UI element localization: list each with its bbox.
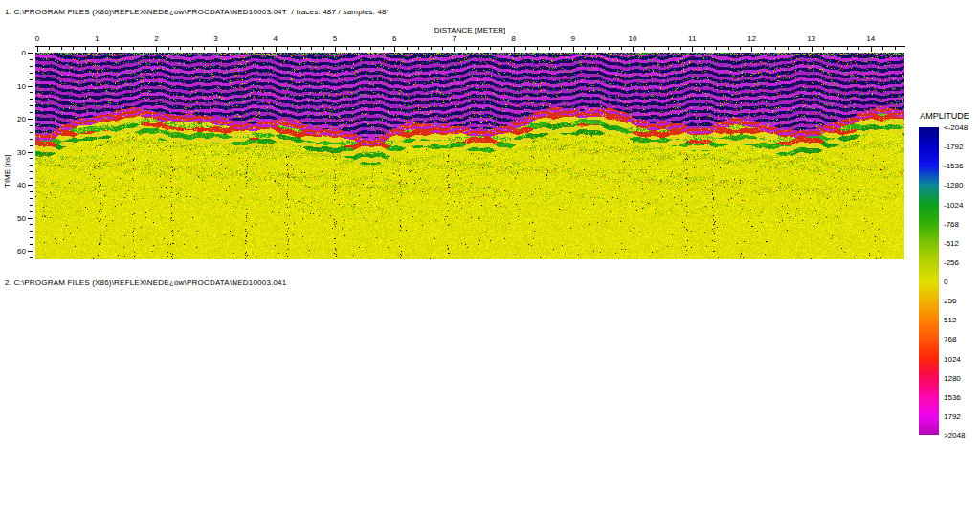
x-tick-label: 11	[688, 34, 696, 43]
x-tick-label: 14	[866, 34, 875, 43]
x-tick-label: 1	[95, 34, 99, 43]
colorbar-label: 768	[944, 335, 956, 343]
x-tick	[454, 47, 455, 52]
colorbar-gradient	[919, 127, 939, 435]
x-tick	[97, 47, 98, 52]
x-minor-tick	[501, 47, 502, 50]
colorbar-label: 1024	[944, 355, 961, 364]
reflexw-window: 1. C:\PROGRAM FILES (X86)\REFLEX\NEDE¿ów…	[0, 0, 980, 531]
x-tick	[37, 47, 38, 52]
x-minor-tick	[431, 47, 432, 50]
colorbar-label: -512	[944, 239, 959, 248]
x-minor-tick	[537, 47, 538, 50]
x-minor-tick	[597, 47, 598, 50]
x-minor-tick	[239, 47, 240, 50]
y-tick	[28, 251, 33, 252]
profile-1-title: 1. C:\PROGRAM FILES (X86)\REFLEX\NEDE¿ów…	[5, 8, 389, 16]
x-minor-tick	[383, 47, 384, 50]
y-minor-tick	[30, 165, 33, 166]
y-minor-tick	[30, 99, 33, 100]
y-tick-label: 60	[2, 247, 26, 255]
x-minor-tick	[109, 47, 110, 50]
x-tick-label: 2	[154, 34, 158, 43]
x-minor-tick	[740, 47, 741, 50]
x-minor-tick	[585, 47, 586, 50]
x-tick	[812, 47, 813, 52]
colorbar-label: -1792	[944, 143, 963, 151]
y-minor-tick	[30, 198, 33, 199]
x-minor-tick	[323, 47, 324, 50]
x-tick	[633, 47, 634, 52]
x-minor-tick	[847, 47, 848, 50]
x-minor-tick	[728, 47, 729, 50]
y-tick	[28, 185, 33, 186]
y-minor-tick	[30, 79, 33, 80]
x-tick-label: 8	[511, 34, 515, 43]
x-tick-label: 3	[213, 34, 217, 43]
x-minor-tick	[359, 47, 360, 50]
y-tick-label: 10	[2, 82, 26, 91]
x-minor-tick	[823, 47, 824, 50]
y-tick-label: 50	[2, 214, 26, 223]
x-minor-tick	[680, 47, 681, 50]
x-minor-tick	[549, 47, 550, 50]
y-minor-tick	[30, 112, 33, 113]
x-minor-tick	[882, 47, 883, 50]
x-tick-label: 7	[452, 34, 456, 43]
y-tick	[28, 152, 33, 153]
x-minor-tick	[525, 47, 526, 50]
y-minor-tick	[30, 59, 33, 60]
y-minor-tick	[30, 171, 33, 172]
x-minor-tick	[657, 47, 657, 50]
colorbar-label: 512	[944, 316, 956, 324]
x-tick	[871, 47, 872, 52]
colorbar-label: -1536	[944, 162, 963, 170]
x-minor-tick	[716, 47, 717, 50]
x-minor-tick	[418, 47, 419, 50]
x-minor-tick	[121, 47, 122, 50]
y-minor-tick	[30, 145, 33, 146]
x-minor-tick	[145, 47, 145, 50]
x-minor-tick	[61, 47, 62, 50]
y-minor-tick	[30, 178, 33, 179]
y-tick-label: 0	[2, 49, 26, 57]
x-tick-label: 13	[807, 34, 815, 43]
y-minor-tick	[30, 205, 33, 206]
x-minor-tick	[704, 47, 705, 50]
y-minor-tick	[30, 132, 33, 133]
colorbar-title: AMPLITUDE	[913, 111, 976, 121]
x-tick-label: 12	[747, 34, 756, 43]
y-minor-tick	[30, 224, 33, 225]
x-tick	[514, 47, 515, 52]
x-minor-tick	[799, 47, 800, 50]
y-minor-tick	[30, 158, 33, 159]
x-minor-tick	[621, 47, 622, 50]
y-tick-label: 20	[2, 115, 26, 123]
x-minor-tick	[192, 47, 193, 50]
x-minor-tick	[442, 47, 443, 50]
y-minor-tick	[30, 139, 33, 140]
x-tick	[394, 47, 395, 52]
colorbar-labels: <-2048-1792-1536-1280-1024-768-512-25602…	[944, 127, 980, 439]
x-minor-tick	[168, 47, 169, 50]
x-minor-tick	[300, 47, 301, 50]
x-minor-tick	[252, 47, 253, 50]
x-axis: 01234567891011121314	[35, 34, 905, 53]
y-minor-tick	[30, 211, 33, 212]
x-minor-tick	[668, 47, 669, 50]
y-tick	[28, 218, 33, 219]
x-minor-tick	[835, 47, 835, 50]
x-minor-tick	[133, 47, 134, 50]
y-minor-tick	[30, 257, 33, 258]
colorbar-label: -1280	[944, 181, 963, 189]
radargram-heatmap[interactable]	[35, 53, 904, 259]
x-tick	[156, 47, 157, 52]
y-minor-tick	[30, 237, 33, 238]
x-tick-label: 0	[35, 34, 39, 43]
x-minor-tick	[287, 47, 288, 50]
y-minor-tick	[30, 244, 33, 245]
y-tick	[28, 53, 33, 54]
colorbar-label: -1024	[944, 201, 963, 210]
x-tick	[692, 47, 693, 52]
x-minor-tick	[490, 47, 491, 50]
